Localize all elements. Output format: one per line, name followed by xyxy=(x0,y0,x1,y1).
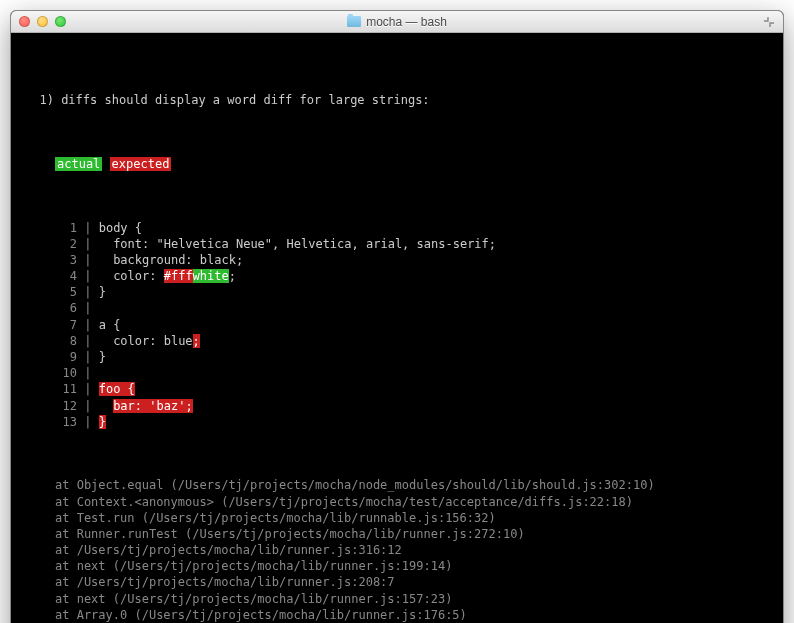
line-number: 6 xyxy=(55,300,77,316)
close-button[interactable] xyxy=(19,16,30,27)
line-number: 12 xyxy=(55,398,77,414)
code-text: } xyxy=(91,350,105,364)
code-text: body { xyxy=(91,221,142,235)
diff-line: 8 | color: blue; xyxy=(25,333,769,349)
traffic-lights xyxy=(19,16,66,27)
diff-line: 6 | xyxy=(25,300,769,316)
gutter-pipe: | xyxy=(77,269,91,283)
gutter-pipe: | xyxy=(77,253,91,267)
gutter-pipe: | xyxy=(77,301,91,315)
stack-frame: at Array.0 (/Users/tj/projects/mocha/lib… xyxy=(55,607,769,623)
folder-icon xyxy=(347,16,361,27)
legend-expected: expected xyxy=(110,157,172,171)
line-number: 5 xyxy=(55,284,77,300)
diff-line: 11 | foo { xyxy=(25,381,769,397)
code-text xyxy=(91,415,98,429)
titlebar[interactable]: mocha — bash xyxy=(11,11,783,33)
diff-removed: } xyxy=(99,415,106,429)
minimize-button[interactable] xyxy=(37,16,48,27)
code-text xyxy=(91,399,113,413)
code-text: color: xyxy=(91,269,163,283)
gutter-pipe: | xyxy=(77,237,91,251)
diff-line: 10 | xyxy=(25,365,769,381)
line-number: 7 xyxy=(55,317,77,333)
line-number: 13 xyxy=(55,414,77,430)
gutter-pipe: | xyxy=(77,285,91,299)
gutter-pipe: | xyxy=(77,382,91,396)
code-text: ; xyxy=(229,269,236,283)
test-number: 1) xyxy=(39,93,53,107)
line-number: 4 xyxy=(55,268,77,284)
line-number: 8 xyxy=(55,333,77,349)
gutter-pipe: | xyxy=(77,399,91,413)
stack-frame: at Runner.runTest (/Users/tj/projects/mo… xyxy=(55,526,769,542)
diff-line: 1 | body { xyxy=(25,220,769,236)
zoom-button[interactable] xyxy=(55,16,66,27)
code-text: } xyxy=(91,285,105,299)
test-title-line: 1) diffs should display a word diff for … xyxy=(25,92,769,108)
code-text: background: black; xyxy=(91,253,243,267)
stack-frame: at next (/Users/tj/projects/mocha/lib/ru… xyxy=(55,591,769,607)
stack-frame: at next (/Users/tj/projects/mocha/lib/ru… xyxy=(55,558,769,574)
diff-removed: #fff xyxy=(164,269,193,283)
diff-removed: ; xyxy=(193,334,200,348)
stack-frame: at Context.<anonymous> (/Users/tj/projec… xyxy=(55,494,769,510)
line-number: 1 xyxy=(55,220,77,236)
diff-removed: foo { xyxy=(99,382,135,396)
diff-line: 9 | } xyxy=(25,349,769,365)
gutter-pipe: | xyxy=(77,221,91,235)
diff-legend: actual expected xyxy=(25,156,769,172)
line-number: 9 xyxy=(55,349,77,365)
diff-line: 4 | color: #fffwhite; xyxy=(25,268,769,284)
line-number: 10 xyxy=(55,365,77,381)
diff-line: 7 | a { xyxy=(25,317,769,333)
stack-frame: at /Users/tj/projects/mocha/lib/runner.j… xyxy=(55,542,769,558)
code-text: color: blue xyxy=(91,334,192,348)
line-number: 3 xyxy=(55,252,77,268)
diff-removed: bar: 'baz'; xyxy=(113,399,192,413)
diff-line: 12 | bar: 'baz'; xyxy=(25,398,769,414)
stack-frame: at Test.run (/Users/tj/projects/mocha/li… xyxy=(55,510,769,526)
test-title: diffs should display a word diff for lar… xyxy=(61,93,429,107)
stack-frame: at /Users/tj/projects/mocha/lib/runner.j… xyxy=(55,574,769,590)
code-text: font: "Helvetica Neue", Helvetica, arial… xyxy=(91,237,496,251)
gutter-pipe: | xyxy=(77,366,91,380)
window-title: mocha — bash xyxy=(366,15,447,29)
gutter-pipe: | xyxy=(77,350,91,364)
code-text: a { xyxy=(91,318,120,332)
line-number: 11 xyxy=(55,381,77,397)
legend-actual: actual xyxy=(55,157,102,171)
terminal-body[interactable]: 1) diffs should display a word diff for … xyxy=(11,33,783,623)
code-text xyxy=(91,382,98,396)
line-number: 2 xyxy=(55,236,77,252)
diff-line: 2 | font: "Helvetica Neue", Helvetica, a… xyxy=(25,236,769,252)
expand-icon[interactable] xyxy=(763,16,775,28)
diff-line: 5 | } xyxy=(25,284,769,300)
diff-line: 3 | background: black; xyxy=(25,252,769,268)
stack-trace: at Object.equal (/Users/tj/projects/moch… xyxy=(25,477,769,623)
gutter-pipe: | xyxy=(77,334,91,348)
diff-line: 13 | } xyxy=(25,414,769,430)
diff-block: 1 | body {2 | font: "Helvetica Neue", He… xyxy=(25,220,769,430)
gutter-pipe: | xyxy=(77,318,91,332)
diff-added: white xyxy=(193,269,229,283)
window-title-wrap: mocha — bash xyxy=(347,15,447,29)
gutter-pipe: | xyxy=(77,415,91,429)
stack-frame: at Object.equal (/Users/tj/projects/moch… xyxy=(55,477,769,493)
terminal-window: mocha — bash 1) diffs should display a w… xyxy=(10,10,784,623)
